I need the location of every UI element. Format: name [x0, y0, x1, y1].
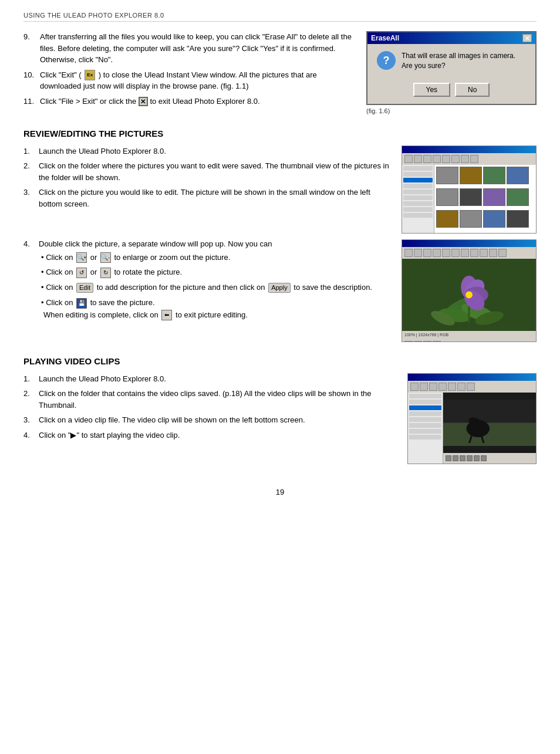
rotate-left-icon: ↺ [76, 268, 87, 278]
zoom-in-icon: 🔍+ [76, 252, 87, 263]
dialog-yes-button[interactable]: Yes [413, 83, 451, 97]
app-win-titlebar [402, 146, 536, 153]
dialog-body: ? That will erase all images in camera. … [367, 44, 535, 78]
fig-caption: (fig. 1.6) [366, 107, 537, 114]
toolbar-btn [433, 155, 441, 163]
rotate-right-icon: ↻ [100, 268, 111, 278]
app-left-panel [402, 165, 434, 233]
edit-button-icon: Edit [76, 283, 93, 293]
dialog-buttons: Yes No [367, 78, 535, 104]
app-win3-toolbar [408, 381, 536, 393]
video-controls [443, 453, 536, 464]
dialog-close-icon[interactable]: ✕ [522, 34, 532, 42]
picture-win-toolbar [402, 247, 536, 259]
picture-win-bottom-toolbar: Browse Photo Capture ULead/ULead Inc... [402, 339, 536, 342]
erase-all-dialog: EraseAll ✕ ? That will erase all images … [366, 31, 537, 105]
bullet-zoom-text: Click on [46, 253, 75, 262]
section2-list: 1. Launch the Ulead Photo Explorer 8.0. … [23, 146, 390, 234]
section2-item4-text: 4. Double click the picture, a separate … [23, 239, 390, 325]
picture-content [402, 259, 536, 331]
app-win-toolbar [402, 153, 536, 165]
picture-win-statusbar: 100% | 1024x768 | RGB [402, 331, 536, 339]
toolbar-btn [451, 155, 460, 163]
exit-x-icon: ✕ [139, 97, 148, 106]
exit-editing-icon: ⬅ [161, 310, 172, 320]
app-win-body [402, 165, 536, 233]
toolbar-btn [442, 155, 450, 163]
video-preview-image [443, 393, 536, 453]
section3-title: PLAYING VIDEO CLIPS [23, 356, 537, 366]
dialog-message: That will erase all images in camera. Ar… [402, 51, 526, 71]
picture-win-titlebar [402, 240, 536, 247]
page-number: 19 [23, 488, 537, 496]
page-header: USING THE ULEAD PHOTO EXPLORER 8.0 [23, 12, 537, 22]
screenshot-thumb-1 [402, 146, 537, 234]
app-left3-panel [408, 393, 443, 464]
dialog-no-button[interactable]: No [455, 83, 490, 97]
svg-point-9 [465, 291, 473, 298]
dialog-area: EraseAll ✕ ? That will erase all images … [366, 31, 537, 114]
dialog-question-icon: ? [377, 51, 396, 70]
zoom-out-icon: 🔍- [100, 252, 111, 263]
toolbar-btn [470, 155, 478, 163]
app-right3-panel [443, 393, 536, 464]
toolbar-btn [461, 155, 469, 163]
toolbar-btn [423, 155, 431, 163]
dialog-titlebar: EraseAll ✕ [367, 32, 535, 44]
picture-window: 100% | 1024x768 | RGB Browse Photo Captu… [402, 239, 537, 342]
exit-icon: Ex [85, 70, 95, 80]
apply-button-icon: Apply [268, 283, 291, 293]
app-right-panel [434, 165, 536, 233]
app-win3-statusbar: Browse Photo Capture ULead Inc Da... [408, 464, 536, 464]
save-icon: 💾 [76, 298, 87, 309]
screenshot-thumb-3: Browse Photo Capture ULead Inc Da... [407, 373, 537, 464]
screenshot3-area: Browse Photo Capture ULead Inc Da... [407, 373, 537, 464]
toolbar-btn [404, 155, 413, 163]
video-preview [443, 393, 536, 453]
section1-text: 9. After transferring all the files you … [23, 31, 355, 113]
section2-title: REVIEW/EDITING THE PICTURES [23, 129, 537, 138]
svg-rect-13 [443, 422, 536, 446]
flower-image [402, 259, 536, 331]
screenshot1-area [402, 146, 537, 234]
screenshot2-area: 100% | 1024x768 | RGB Browse Photo Captu… [402, 239, 537, 342]
section3-list: 1. Launch the Ulead Photo Explorer 8.0. … [23, 373, 396, 464]
toolbar-btn [414, 155, 422, 163]
svg-point-18 [468, 417, 475, 423]
app-win3-titlebar [408, 374, 536, 381]
app-win3-body [408, 393, 536, 464]
